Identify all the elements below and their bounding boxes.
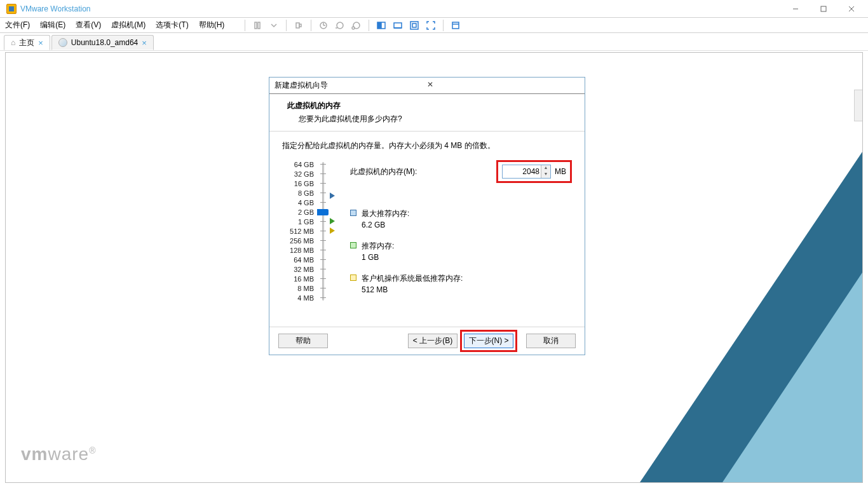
new-vm-wizard-dialog: 新建虚拟机向导 ✕ 此虚拟机的内存 您要为此虚拟机使用多少内存? 指定分配给此虚… — [269, 77, 585, 355]
memory-unit: MB — [555, 167, 566, 176]
tab-home[interactable]: ⌂ 主页 × — [4, 35, 50, 50]
next-button[interactable]: 下一步(N) > — [464, 334, 513, 348]
svg-rect-15 — [381, 22, 385, 29]
snapshot-revert-icon — [349, 18, 363, 32]
rec-max-label: 最大推荐内存: — [362, 208, 409, 219]
svg-rect-20 — [452, 22, 459, 29]
rec-min-label: 客户机操作系统最低推荐内存: — [362, 273, 463, 284]
view-unity-icon[interactable] — [449, 18, 463, 32]
power-pause-icon — [250, 18, 264, 32]
menu-vm[interactable]: 虚拟机(M) — [111, 20, 146, 30]
usb-device-icon — [292, 18, 306, 32]
minimize-button[interactable] — [782, 0, 810, 18]
marker-min-icon — [330, 227, 335, 234]
tab-vm-label: Ubuntu18.0_amd64 — [71, 38, 138, 47]
view-fullscreen-icon[interactable] — [424, 18, 438, 32]
snapshot-icon — [316, 18, 330, 32]
titlebar: VMware Workstation — [0, 0, 868, 18]
rec-label: 推荐内存: — [362, 241, 394, 252]
rec-row: 推荐内存: 1 GB — [350, 241, 572, 262]
svg-rect-7 — [299, 24, 301, 27]
slider-labels: 64 GB 32 GB 16 GB 8 GB 4 GB 2 GB 1 GB 51… — [282, 160, 314, 303]
window-title: VMware Workstation — [20, 4, 782, 13]
window-controls — [782, 0, 865, 18]
background-triangle-light — [722, 273, 862, 482]
tab-close-icon[interactable]: × — [38, 38, 43, 48]
menu-file[interactable]: 文件(F) — [5, 20, 30, 30]
spinner-arrows[interactable]: ▲▼ — [541, 165, 550, 178]
svg-point-13 — [352, 27, 355, 29]
memory-spinner[interactable]: ▲▼ — [502, 165, 551, 179]
slider-thumb[interactable] — [317, 209, 329, 215]
rec-square-icon — [350, 242, 356, 248]
dialog-header: 此虚拟机的内存 您要为此虚拟机使用多少内存? — [269, 94, 585, 132]
home-icon: ⌂ — [11, 38, 15, 47]
dialog-header-title: 此虚拟机的内存 — [287, 100, 569, 111]
dialog-footer: 帮助 < 上一步(B) 下一步(N) > 取消 — [269, 327, 585, 355]
next-button-highlight: 下一步(N) > — [460, 330, 517, 352]
rec-max-row: 最大推荐内存: 6.2 GB — [350, 208, 572, 229]
menu-help[interactable]: 帮助(H) — [199, 20, 225, 30]
marker-max-icon — [330, 193, 335, 199]
marker-rec-icon — [330, 218, 335, 224]
help-button[interactable]: 帮助 — [278, 334, 328, 348]
memory-slider[interactable] — [316, 160, 331, 309]
menu-tabs[interactable]: 选项卡(T) — [156, 20, 188, 30]
snapshot-manage-icon — [333, 18, 347, 32]
tab-close-icon[interactable]: × — [142, 38, 147, 48]
menu-edit[interactable]: 编辑(E) — [40, 20, 65, 30]
dialog-titlebar: 新建虚拟机向导 ✕ — [269, 78, 585, 94]
memory-input-row: 此虚拟机的内存(M): ▲▼ MB — [350, 160, 572, 183]
svg-point-11 — [337, 22, 343, 29]
menubar: 文件(F) 编辑(E) 查看(V) 虚拟机(M) 选项卡(T) 帮助(H) — [0, 18, 868, 33]
scrollbar-stub[interactable] — [854, 90, 863, 121]
tabstrip: ⌂ 主页 × Ubuntu18.0_amd64 × — [0, 33, 868, 51]
workspace: vmware® 新建虚拟机向导 ✕ 此虚拟机的内存 您要为此虚拟机使用多少内存?… — [5, 52, 863, 483]
svg-rect-14 — [377, 22, 381, 29]
svg-rect-16 — [394, 23, 402, 28]
svg-rect-5 — [258, 22, 260, 29]
back-button[interactable]: < 上一步(B) — [408, 334, 458, 348]
tab-home-label: 主页 — [19, 37, 34, 48]
dialog-body: 指定分配给此虚拟机的内存量。内存大小必须为 4 MB 的倍数。 64 GB 32… — [269, 132, 585, 327]
memory-config-area: 64 GB 32 GB 16 GB 8 GB 4 GB 2 GB 1 GB 51… — [282, 160, 572, 309]
view-fit-icon[interactable] — [407, 18, 421, 32]
svg-rect-18 — [410, 22, 418, 29]
svg-rect-19 — [412, 24, 416, 27]
maximize-button[interactable] — [810, 0, 837, 18]
dialog-header-subtitle: 您要为此虚拟机使用多少内存? — [287, 114, 569, 125]
view-console-icon[interactable] — [374, 18, 388, 32]
view-stretch-icon[interactable] — [391, 18, 405, 32]
svg-rect-1 — [821, 6, 826, 11]
rec-min-value: 512 MB — [362, 285, 463, 294]
memory-info-column: 此虚拟机的内存(M): ▲▼ MB 最大推荐内存: — [331, 160, 572, 306]
cancel-button[interactable]: 取消 — [526, 334, 576, 348]
dialog-title: 新建虚拟机向导 — [275, 80, 427, 91]
memory-input[interactable] — [503, 165, 541, 178]
rec-value: 1 GB — [362, 253, 394, 262]
max-square-icon — [350, 210, 356, 216]
tab-vm[interactable]: Ubuntu18.0_amd64 × — [51, 35, 154, 50]
toolbar — [234, 18, 463, 32]
vmware-logo: vmware® — [21, 444, 97, 464]
memory-input-label: 此虚拟机的内存(M): — [350, 166, 496, 177]
min-square-icon — [350, 274, 356, 281]
app-icon — [6, 4, 17, 14]
close-button[interactable] — [837, 0, 865, 18]
body-description: 指定分配给此虚拟机的内存量。内存大小必须为 4 MB 的倍数。 — [282, 140, 572, 151]
vm-disc-icon — [58, 38, 67, 47]
memory-input-highlight: ▲▼ MB — [496, 160, 572, 183]
svg-rect-4 — [255, 22, 257, 29]
dialog-close-button[interactable]: ✕ — [427, 80, 580, 92]
rec-min-row: 客户机操作系统最低推荐内存: 512 MB — [350, 273, 572, 294]
power-dropdown-icon[interactable] — [267, 18, 281, 32]
rec-max-value: 6.2 GB — [362, 220, 409, 229]
menu-view[interactable]: 查看(V) — [76, 20, 101, 30]
